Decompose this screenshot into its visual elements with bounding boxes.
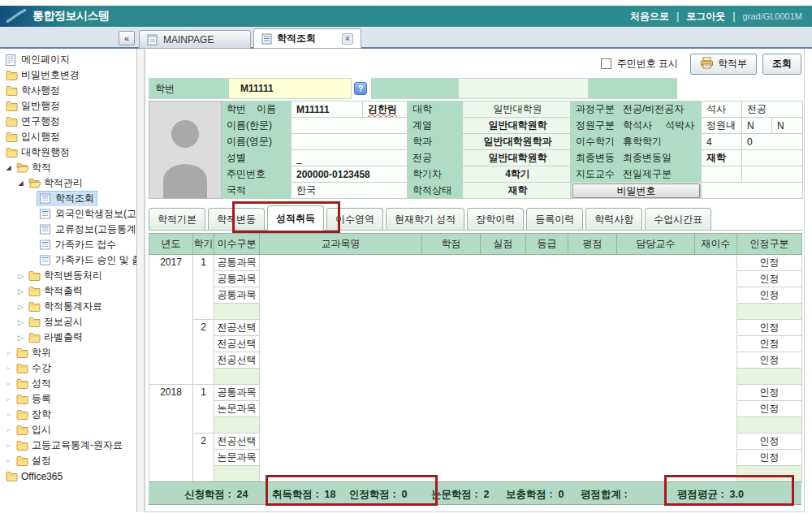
- tree-expand-arrow-icon[interactable]: ▷: [15, 272, 26, 280]
- folder-icon: [6, 147, 19, 157]
- sidebar-item[interactable]: ▷라벨출력: [0, 330, 136, 345]
- tree-expand-arrow-icon[interactable]: ▹: [3, 411, 14, 418]
- info-row: 학기차4학기: [408, 166, 571, 183]
- sidebar-item[interactable]: ▷정보공시: [0, 314, 136, 330]
- app-header: 통합정보시스템 처음으로 | 로그아웃 | grad/GL0001M: [0, 6, 812, 27]
- tree-collapse-arrow-icon[interactable]: ◢: [3, 164, 14, 171]
- student-id-bar: 학번 M11111 ?: [149, 78, 677, 99]
- sidebar-item[interactable]: 대학원행정: [0, 145, 136, 160]
- sidebar-item[interactable]: 가족카드 접수: [0, 237, 136, 252]
- info-label: 전공: [408, 150, 463, 166]
- record-tab[interactable]: 성적취득: [267, 205, 324, 231]
- close-tab-icon[interactable]: ×: [342, 33, 353, 45]
- grade-cell: [260, 450, 422, 466]
- sidebar-item[interactable]: ◢학적관리: [0, 175, 136, 191]
- record-tab[interactable]: 현재학기 성적: [386, 208, 464, 230]
- password-button[interactable]: 비밀번호: [572, 183, 700, 198]
- grade-cell: 인정: [737, 271, 802, 287]
- sidebar-item[interactable]: 연구행정: [0, 114, 136, 129]
- sidebar-item-label: 수강: [32, 361, 51, 375]
- sidebar-item[interactable]: ▹학위: [0, 345, 136, 360]
- logout-link[interactable]: 로그아웃: [686, 10, 725, 24]
- info-label: 대학: [408, 101, 463, 118]
- grade-cell: [260, 352, 422, 369]
- tab-hakjeok-johoe[interactable]: 학적조회 ×: [253, 28, 361, 49]
- student-id-input[interactable]: M11111: [228, 78, 352, 99]
- grade-cell: 전공선택: [214, 320, 260, 336]
- sidebar-collapse-button[interactable]: «: [119, 31, 135, 45]
- record-tab[interactable]: 학적변동: [208, 208, 265, 230]
- record-tab[interactable]: 학력사항: [585, 208, 642, 230]
- tree-expand-arrow-icon[interactable]: ▹: [3, 426, 14, 434]
- sidebar-item[interactable]: ▹수강: [0, 360, 136, 376]
- sidebar-item[interactable]: ▷학적출력: [0, 283, 136, 299]
- record-tab[interactable]: 학적기본: [149, 208, 205, 230]
- id-label: 학번: [227, 102, 246, 116]
- grade-cell: [260, 434, 422, 450]
- grade-cell: [695, 385, 737, 401]
- sidebar-item[interactable]: ▷학적통계자료: [0, 299, 136, 314]
- sidebar-item[interactable]: 일반행정: [0, 98, 136, 114]
- sidebar-item[interactable]: 외국인학생정보(고등: [0, 206, 136, 222]
- summary-item: 평점평균 : 3.0: [677, 488, 744, 502]
- sidebar-splitter[interactable]: [137, 49, 145, 512]
- sidebar-item[interactable]: 학사행정: [0, 83, 136, 98]
- record-tab[interactable]: 이수영역: [326, 208, 383, 230]
- last-change-label: 최종변동: [572, 150, 619, 166]
- home-link[interactable]: 처음으로: [630, 10, 669, 24]
- idbar-green-cell: [371, 78, 458, 99]
- tree-expand-arrow-icon[interactable]: ▹: [3, 380, 14, 387]
- grade-cell: [422, 352, 481, 369]
- tree-expand-arrow-icon[interactable]: ▹: [3, 395, 14, 403]
- grade-cell: [481, 385, 526, 401]
- sidebar-item[interactable]: 입시행정: [0, 129, 136, 145]
- sidebar-item[interactable]: ▹설정: [0, 453, 136, 468]
- tree-expand-arrow-icon[interactable]: ▷: [15, 334, 26, 342]
- help-icon[interactable]: ?: [354, 82, 367, 95]
- sidebar-item-label: 정보공시: [44, 315, 83, 329]
- sidebar-item[interactable]: ▷학적변동처리: [0, 268, 136, 283]
- sidebar-item[interactable]: ▹장학: [0, 407, 136, 422]
- record-book-button[interactable]: 학적부: [690, 54, 757, 75]
- tab-hakjeok-label: 학적조회: [277, 32, 316, 45]
- tree-expand-arrow-icon[interactable]: ▹: [3, 442, 14, 449]
- sidebar-item-label: 성적: [32, 377, 51, 390]
- record-book-label: 학적부: [718, 57, 747, 71]
- sidebar-item[interactable]: Office365: [0, 468, 136, 484]
- tree-expand-arrow-icon[interactable]: ▷: [15, 287, 26, 296]
- record-tab[interactable]: 장학이력: [467, 208, 524, 230]
- grade-cell: [260, 304, 422, 320]
- tree-expand-arrow-icon[interactable]: ▹: [3, 365, 14, 372]
- sidebar-item[interactable]: ◢학적: [0, 160, 136, 175]
- grade-cell: [695, 336, 737, 352]
- sidebar-item[interactable]: 메인페이지: [0, 52, 136, 67]
- tab-mainpage[interactable]: MAINPAGE: [139, 30, 251, 49]
- grade-row: 논문과목인정: [149, 401, 802, 417]
- tree-collapse-arrow-icon[interactable]: ◢: [15, 179, 26, 187]
- sidebar-item[interactable]: ▹입시: [0, 422, 136, 438]
- sidebar-item-label: 입시: [32, 423, 51, 437]
- grade-cell: [526, 401, 568, 417]
- ssn-display-checkbox[interactable]: [601, 58, 611, 69]
- sidebar-item[interactable]: 비밀번호변경: [0, 67, 136, 83]
- sidebar-item[interactable]: ▹등록: [0, 391, 136, 407]
- sidebar-item[interactable]: ▹고등교육통계-원자료: [0, 438, 136, 453]
- tree-expand-arrow-icon[interactable]: ▹: [3, 349, 14, 356]
- ssn-display-label: 주민번호 표시: [617, 57, 678, 71]
- sidebar-item[interactable]: ▹성적: [0, 376, 136, 391]
- quota-type-value: 정원내: [702, 118, 742, 134]
- grade-cell: [422, 287, 481, 304]
- tree-expand-arrow-icon[interactable]: ▷: [15, 303, 26, 311]
- sidebar-item[interactable]: 가족카드 승인 및 출: [0, 252, 136, 268]
- sidebar-item[interactable]: 교류정보(고등통계): [0, 222, 136, 237]
- grade-cell: [568, 417, 617, 434]
- tree-expand-arrow-icon[interactable]: ▹: [3, 457, 14, 464]
- sidebar-item[interactable]: 학적조회: [0, 191, 136, 206]
- record-tab[interactable]: 수업시간표: [645, 208, 711, 230]
- grade-cell: [214, 304, 260, 320]
- tree-expand-arrow-icon[interactable]: ▷: [15, 318, 26, 326]
- record-tab[interactable]: 등록이력: [526, 208, 583, 230]
- search-button[interactable]: 조회: [762, 54, 801, 75]
- grade-cell: [481, 320, 526, 336]
- sidebar-item-label: 연구행정: [21, 114, 60, 128]
